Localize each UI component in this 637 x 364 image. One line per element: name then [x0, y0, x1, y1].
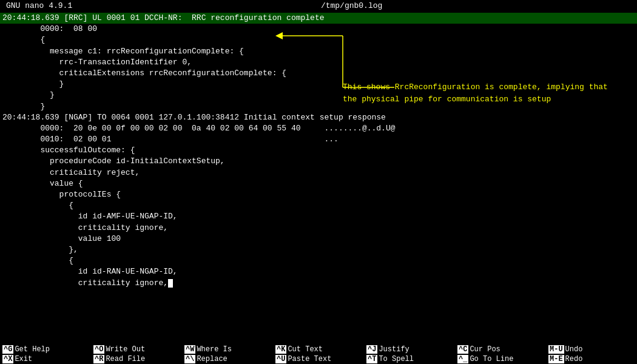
shortcut-label: Undo — [565, 345, 583, 354]
shortcut-label: Exit — [15, 355, 32, 363]
shortcut-key: ^_ — [457, 355, 468, 363]
shortcut-key: ^O — [93, 345, 104, 354]
editor-line: { — [0, 35, 637, 46]
shortcut-item[interactable]: ^\ Replace — [182, 354, 273, 364]
editor-line: protocolIEs { — [0, 189, 637, 200]
bottom-bar: ^G Get Help^O Write Out^W Where Is^K Cut… — [0, 345, 637, 364]
shortcut-item[interactable]: ^X Exit — [0, 354, 91, 364]
shortcut-label: Where Is — [197, 345, 232, 354]
editor-line: criticality ignore, — [0, 278, 637, 289]
editor-line: criticalExtensions rrcReconfigurationCom… — [0, 68, 637, 79]
shortcut-label: Replace — [197, 355, 227, 363]
shortcut-key: ^W — [184, 345, 195, 354]
shortcut-label: To Spell — [379, 355, 414, 363]
shortcut-label: Redo — [565, 355, 583, 363]
shortcut-item[interactable]: ^U Paste Text — [273, 354, 364, 364]
editor-line: } — [0, 79, 637, 90]
editor-line: procedureCode id-InitialContextSetup, — [0, 156, 637, 167]
shortcut-label: Cur Pos — [470, 345, 500, 354]
shortcut-label: Justify — [379, 345, 409, 354]
shortcut-key: ^X — [2, 355, 13, 363]
editor-line: criticality reject, — [0, 167, 637, 178]
title-left: GNU nano 4.9.1 — [6, 1, 72, 10]
shortcut-item[interactable]: ^J Justify — [364, 345, 455, 354]
shortcut-key: M-U — [548, 345, 564, 354]
editor-line: value { — [0, 178, 637, 189]
shortcut-label: Go To Line — [470, 355, 513, 363]
editor-line: rrc-TransactionIdentifier 0, — [0, 57, 637, 68]
editor-line: value 100 — [0, 234, 637, 244]
shortcut-key: ^G — [2, 345, 13, 354]
shortcut-key: ^C — [457, 345, 468, 354]
shortcut-key: ^\ — [184, 355, 195, 363]
shortcut-item[interactable]: ^C Cur Pos — [455, 345, 546, 354]
shortcut-item[interactable]: ^K Cut Text — [273, 345, 364, 354]
shortcut-item[interactable]: M-E Redo — [546, 354, 637, 364]
editor-line: }, — [0, 244, 637, 255]
cursor — [168, 279, 173, 288]
editor-line: 20:44:18.639 [RRC] UL 0001 01 DCCH-NR: R… — [0, 13, 637, 24]
shortcut-label: Get Help — [15, 345, 50, 354]
shortcuts-row2: ^X Exit^R Read File^\ Replace^U Paste Te… — [0, 354, 637, 364]
shortcut-item[interactable]: ^G Get Help — [0, 345, 91, 354]
lines-container: 20:44:18.639 [RRC] UL 0001 01 DCCH-NR: R… — [0, 13, 637, 289]
shortcut-key: ^K — [275, 345, 286, 354]
shortcut-item[interactable]: ^T To Spell — [364, 354, 455, 364]
editor-line: criticality ignore, — [0, 223, 637, 234]
shortcut-key: ^J — [366, 345, 377, 354]
editor-area[interactable]: 20:44:18.639 [RRC] UL 0001 01 DCCH-NR: R… — [0, 12, 637, 345]
shortcut-label: Paste Text — [288, 355, 331, 363]
editor-line: { — [0, 255, 637, 266]
shortcut-key: ^U — [275, 355, 286, 363]
shortcut-label: Cut Text — [288, 345, 323, 354]
shortcut-key: ^T — [366, 355, 377, 363]
shortcut-item[interactable]: ^R Read File — [91, 354, 182, 364]
editor-line: id id-RAN-UE-NGAP-ID, — [0, 266, 637, 277]
shortcut-key: M-E — [548, 355, 564, 363]
editor-line: 0000: 08 00 — [0, 24, 637, 35]
editor-line: } — [0, 101, 637, 112]
editor-line: 20:44:18.639 [NGAP] TO 0064 0001 127.0.1… — [0, 112, 637, 123]
shortcut-item[interactable]: ^W Where Is — [182, 345, 273, 354]
editor-line: { — [0, 200, 637, 211]
shortcuts-row1: ^G Get Help^O Write Out^W Where Is^K Cut… — [0, 345, 637, 354]
shortcut-item[interactable]: ^O Write Out — [91, 345, 182, 354]
editor-line: 0010: 02 00 01 ... — [0, 134, 637, 145]
editor-line: 0000: 20 0e 00 0f 00 00 02 00 0a 40 02 0… — [0, 123, 637, 134]
editor-line: message c1: rrcReconfigurationComplete: … — [0, 46, 637, 57]
shortcut-label: Read File — [106, 355, 145, 363]
editor-line: id id-AMF-UE-NGAP-ID, — [0, 211, 637, 222]
title-bar: GNU nano 4.9.1 /tmp/gnb0.log — [0, 0, 637, 12]
editor-line: } — [0, 90, 637, 101]
shortcut-key: ^R — [93, 355, 104, 363]
shortcut-label: Write Out — [106, 345, 145, 354]
editor-line: successfulOutcome: { — [0, 145, 637, 156]
title-center: /tmp/gnb0.log — [321, 1, 382, 10]
shortcut-item[interactable]: M-U Undo — [546, 345, 637, 354]
shortcut-item[interactable]: ^_ Go To Line — [455, 354, 546, 364]
